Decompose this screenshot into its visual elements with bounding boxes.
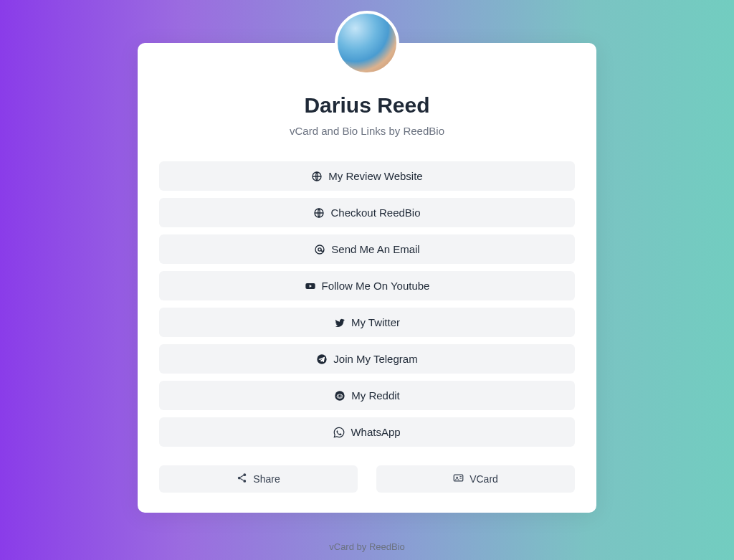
action-row: Share VCard [159, 465, 575, 493]
svg-point-2 [315, 245, 324, 254]
telegram-icon [316, 353, 328, 365]
link-label: My Review Website [328, 170, 422, 182]
svg-point-5 [318, 354, 327, 364]
vcard-button[interactable]: VCard [376, 465, 575, 493]
at-icon [314, 244, 325, 255]
link-label: Checkout ReedBio [330, 207, 420, 219]
vcard-label: VCard [470, 473, 498, 485]
link-label: Join My Telegram [333, 353, 417, 365]
link-item-globe[interactable]: Checkout ReedBio [159, 198, 575, 227]
share-button[interactable]: Share [159, 465, 358, 493]
profile-subtitle: vCard and Bio Links by ReedBio [159, 125, 575, 137]
link-label: Follow Me On Youtube [322, 280, 430, 292]
twitter-icon [334, 317, 345, 328]
share-icon [237, 473, 247, 485]
link-item-at[interactable]: Send Me An Email [159, 234, 575, 264]
profile-name: Darius Reed [159, 93, 575, 118]
vcard-icon [453, 473, 464, 485]
share-label: Share [253, 473, 280, 485]
svg-point-11 [238, 477, 241, 480]
globe-icon [311, 171, 323, 182]
profile-card: Darius Reed vCard and Bio Links by ReedB… [138, 43, 596, 513]
svg-point-10 [244, 473, 247, 476]
globe-icon [313, 207, 325, 219]
link-item-whatsapp[interactable]: WhatsApp [159, 417, 575, 447]
link-label: My Reddit [351, 389, 400, 402]
svg-point-7 [338, 395, 339, 397]
whatsapp-icon [333, 427, 345, 438]
footer-credit: vCard by ReedBio [329, 541, 405, 552]
link-label: My Twitter [351, 316, 400, 328]
link-item-youtube[interactable]: Follow Me On Youtube [159, 271, 575, 300]
svg-point-12 [244, 480, 247, 483]
reddit-icon [334, 390, 345, 402]
link-label: WhatsApp [351, 426, 400, 438]
link-label: Send Me An Email [331, 243, 419, 255]
link-item-globe[interactable]: My Review Website [159, 161, 575, 191]
svg-point-8 [340, 395, 342, 397]
avatar [335, 11, 399, 75]
youtube-icon [305, 280, 316, 292]
link-item-reddit[interactable]: My Reddit [159, 381, 575, 410]
svg-point-6 [335, 391, 345, 400]
svg-point-14 [457, 477, 459, 479]
link-item-twitter[interactable]: My Twitter [159, 308, 575, 337]
links-list: My Review WebsiteCheckout ReedBioSend Me… [159, 161, 575, 447]
link-item-telegram[interactable]: Join My Telegram [159, 344, 575, 374]
